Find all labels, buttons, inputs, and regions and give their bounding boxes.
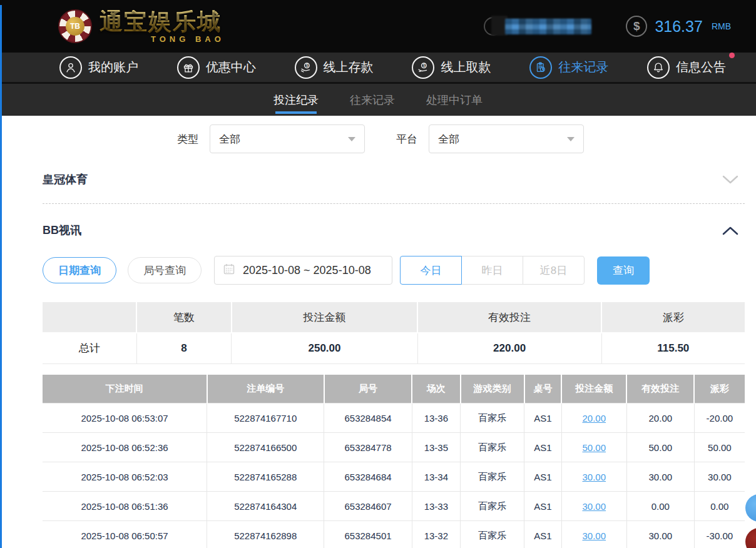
session-cell: 13-34	[412, 462, 460, 492]
records-icon	[529, 56, 552, 79]
nav-announcements[interactable]: 信息公告	[647, 56, 726, 79]
session-cell: 13-35	[412, 433, 460, 462]
chip-badge: TB	[66, 17, 84, 36]
filter-row: 类型 全部 平台 全部	[43, 124, 745, 153]
nav-my-account[interactable]: 我的账户	[59, 56, 138, 79]
nav-label: 优惠中心	[206, 59, 256, 76]
valid-bet-cell: 0.00	[626, 492, 694, 521]
type-select-value: 全部	[219, 132, 240, 146]
date-query-toggle[interactable]: 日期查询	[43, 257, 116, 283]
payout-cell: 0.00	[694, 492, 745, 521]
today-button[interactable]: 今日	[400, 256, 462, 285]
wallet-balance: $ 316.37 RMB	[626, 16, 731, 37]
game-type-cell: 百家乐	[461, 462, 524, 492]
section-bb-video[interactable]: BB视讯	[43, 223, 745, 238]
valid-bet-cell: 30.00	[626, 521, 694, 548]
summary-payout-value: 115.50	[601, 333, 745, 363]
platform-filter-label: 平台	[396, 132, 417, 146]
table-row: 2025-10-08 06:52:03 522874165288 6532846…	[43, 462, 745, 492]
casino-chip-icon: TB	[58, 9, 92, 43]
balance-currency: RMB	[712, 21, 731, 31]
round-cell: 653284684	[324, 462, 412, 492]
summary-total-row: 总计 8 250.00 220.00 115.50	[43, 333, 745, 363]
calendar-icon	[223, 263, 235, 278]
bet-amount-link[interactable]: 30.00	[583, 530, 606, 541]
round-query-toggle[interactable]: 局号查询	[128, 257, 202, 283]
round-cell: 653284778	[324, 433, 412, 462]
game-type-cell: 百家乐	[461, 521, 524, 548]
summary-header-valid: 有效投注	[417, 302, 601, 333]
pill-label: 局号查询	[143, 263, 186, 278]
bet-amount-link[interactable]: 50.00	[583, 442, 606, 453]
section-crown-sports[interactable]: 皇冠体育	[43, 172, 745, 187]
user-icon	[59, 56, 82, 79]
col-bet-id: 注单编号	[207, 375, 324, 403]
valid-bet-cell: 20.00	[626, 403, 694, 433]
nav-label: 往来记录	[558, 59, 608, 76]
payout-cell: 30.00	[694, 462, 745, 492]
col-payout: 派彩	[694, 375, 745, 403]
table-row: 2025-10-08 06:52:36 522874166500 6532847…	[43, 433, 745, 462]
table-no-cell: AS1	[524, 462, 561, 492]
user-account	[484, 16, 591, 37]
bell-icon	[647, 56, 670, 79]
last-8-days-button[interactable]: 近8日	[523, 256, 585, 285]
left-edge-accent	[0, 5, 2, 548]
round-cell: 653284607	[324, 492, 412, 521]
table-row: 2025-10-08 06:51:36 522874164304 6532846…	[43, 492, 745, 521]
bet-id-cell: 522874162898	[207, 521, 324, 548]
type-filter-label: 类型	[177, 132, 198, 146]
dollar-icon: $	[626, 16, 647, 37]
chevron-down-icon[interactable]	[722, 175, 738, 185]
search-button[interactable]: 查询	[597, 256, 650, 285]
brand-logo[interactable]: TB 通宝娱乐城 TONG BAO	[58, 9, 225, 43]
session-cell: 13-33	[412, 492, 460, 521]
type-select[interactable]: 全部	[210, 124, 365, 153]
summary-header-row: 笔数 投注金额 有效投注 派彩	[43, 302, 745, 333]
round-cell: 653284854	[324, 403, 412, 433]
yesterday-button[interactable]: 昨日	[461, 256, 523, 285]
date-range-value: 2025-10-08 ~ 2025-10-08	[243, 264, 371, 277]
nav-label: 信息公告	[676, 59, 726, 76]
svg-text:$: $	[423, 63, 426, 68]
bet-amount-link[interactable]: 30.00	[583, 472, 606, 482]
session-cell: 13-32	[412, 521, 460, 548]
chevron-up-icon[interactable]	[722, 226, 738, 235]
bet-amount-link[interactable]: 30.00	[583, 501, 606, 512]
subtab-label: 往来记录	[350, 93, 395, 108]
pill-label: 日期查询	[58, 263, 101, 278]
session-cell: 13-36	[412, 403, 460, 433]
nav-transaction-records[interactable]: 往来记录	[529, 56, 608, 79]
col-table-no: 桌号	[524, 375, 561, 403]
summary-table: 笔数 投注金额 有效投注 派彩 总计 8 250.00 220.00 115.5…	[43, 302, 745, 364]
game-type-cell: 百家乐	[461, 433, 524, 462]
deposit-icon: $	[295, 56, 317, 79]
nav-deposit[interactable]: $ 线上存款	[295, 56, 374, 79]
valid-bet-cell: 30.00	[626, 462, 694, 492]
table-no-cell: AS1	[524, 492, 561, 521]
chevron-down-icon	[567, 137, 575, 141]
tab-bet-records[interactable]: 投注纪录	[272, 84, 320, 116]
date-range-picker[interactable]: 2025-10-08 ~ 2025-10-08	[214, 256, 392, 285]
button-label: 今日	[421, 263, 442, 278]
tab-transaction-records[interactable]: 往来记录	[349, 84, 396, 116]
payout-cell: 50.00	[694, 433, 745, 462]
platform-select[interactable]: 全部	[429, 124, 584, 153]
section-title: BB视讯	[43, 223, 81, 238]
brand-name: 通宝娱乐城 TONG BAO	[100, 10, 225, 43]
section-divider	[43, 203, 745, 204]
bet-id-cell: 522874164304	[207, 492, 324, 521]
table-no-cell: AS1	[524, 433, 561, 462]
nav-promotions[interactable]: 优惠中心	[177, 56, 256, 79]
balance-amount: 316.37	[655, 18, 702, 36]
nav-withdraw[interactable]: $ 线上取款	[412, 56, 491, 79]
table-row: 2025-10-08 06:53:07 522874167710 6532848…	[43, 403, 745, 433]
tab-pending-orders[interactable]: 处理中订单	[425, 84, 484, 116]
record-subtabs: 投注纪录 往来记录 处理中订单	[0, 84, 756, 116]
table-no-cell: AS1	[524, 403, 561, 433]
col-game-type: 游戏类别	[461, 375, 524, 403]
summary-header-count: 笔数	[136, 302, 231, 333]
subtab-label: 投注纪录	[273, 93, 319, 108]
bet-amount-link[interactable]: 20.00	[583, 413, 606, 424]
main-navigation: 我的账户 优惠中心 $ 线上存款 $ 线上取款 往来记录 信息公告	[0, 53, 756, 84]
